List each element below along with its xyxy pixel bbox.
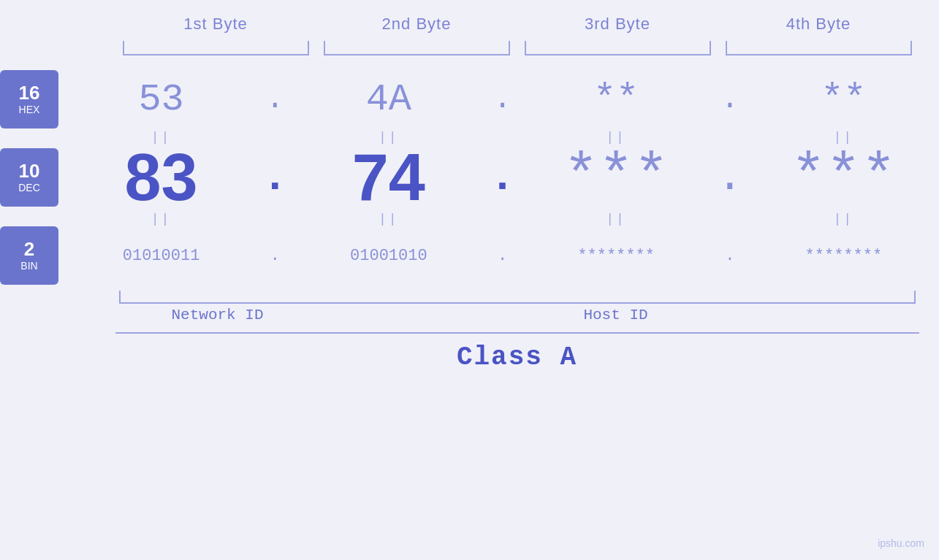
network-id-label: Network ID [119,307,316,323]
bottom-bracket-container [115,291,919,304]
dec-base-name: DEC [18,182,40,193]
bin-byte4: ******** [748,247,939,265]
bracket-byte4 [726,41,912,55]
hex-row: 16 HEX 53 . 4A . ** . ** [0,70,939,129]
bin-values: 01010011 . 01001010 . ******** . *******… [66,247,939,265]
bin-dot1: . [256,247,293,265]
top-brackets [115,41,919,55]
eq1-byte3: || [521,130,712,145]
hex-dot1: . [256,82,293,117]
dec-dot3: . [712,153,748,202]
hex-dot2: . [484,82,521,117]
hex-base-name: HEX [19,104,40,115]
header-byte1: 1st Byte [115,15,316,34]
bin-dot3: . [712,247,748,265]
bin-label: 2 BIN [0,226,58,285]
watermark: ipshu.com [878,537,924,549]
dec-dot1: . [256,153,293,202]
hex-dot3: . [712,82,748,117]
eq2-byte3: || [521,212,712,226]
bin-base-num: 2 [24,239,34,258]
class-bracket-line [115,332,919,334]
bin-byte1: 01010011 [66,247,256,265]
hex-label: 16 HEX [0,70,58,129]
eq2-byte1: || [66,212,256,226]
header-byte3: 3rd Byte [517,15,718,34]
eq1-byte4: || [748,130,939,145]
hex-values: 53 . 4A . ** . ** [66,78,939,121]
main-container: 1st Byte 2nd Byte 3rd Byte 4th Byte 16 H… [0,0,939,560]
network-bottom-bracket [119,291,316,304]
header-byte2: 2nd Byte [316,15,517,34]
bracket-byte2 [324,41,510,55]
hex-base-num: 16 [19,83,40,102]
eq2-byte4: || [748,212,939,226]
host-id-label: Host ID [316,307,916,323]
bin-base-name: BIN [20,260,37,272]
hex-byte2: 4A [293,78,484,121]
dec-values: 83 . 74 . *** . *** [66,145,939,210]
byte-headers-row: 1st Byte 2nd Byte 3rd Byte 4th Byte [115,15,919,34]
hex-byte1: 53 [66,78,256,121]
dec-byte4: *** [748,148,939,207]
header-byte4: 4th Byte [718,15,919,34]
dec-row: 10 DEC 83 . 74 . *** . *** [0,145,939,210]
hex-byte3: ** [521,78,712,121]
dec-byte3: *** [521,148,712,207]
bin-byte2: 01001010 [293,247,484,265]
class-label: Class A [115,342,919,372]
bracket-byte3 [525,41,711,55]
dec-byte1: 83 [66,145,256,210]
equals-row-2: || || || || [66,212,939,226]
bin-dot2: . [484,247,521,265]
dec-label: 10 DEC [0,148,58,207]
bracket-byte1 [123,41,309,55]
host-bottom-bracket [316,291,916,304]
bin-byte3: ******** [521,247,712,265]
hex-byte4: ** [748,78,939,121]
id-labels-row: Network ID Host ID [115,307,919,323]
dec-base-num: 10 [19,161,40,180]
eq2-byte2: || [293,212,484,226]
class-section: Class A [115,332,919,372]
dec-byte2: 74 [293,145,484,210]
dec-dot2: . [484,153,521,202]
bin-row: 2 BIN 01010011 . 01001010 . ******** . [0,226,939,285]
